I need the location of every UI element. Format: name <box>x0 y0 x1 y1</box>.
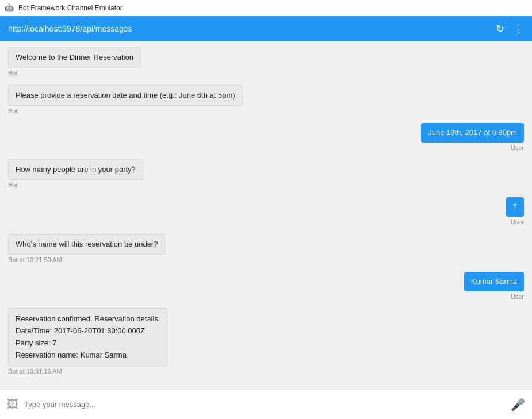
message-bubble: How many people are in your party? <box>8 159 143 180</box>
message-bubble: June 19th, 2017 at 6:30pm <box>421 123 524 143</box>
message-bubble: Welcome to the Dinner Reservation <box>8 47 141 68</box>
message-row: Welcome to the Dinner ReservationBot <box>8 47 524 76</box>
message-row: Kumar SarmaUser <box>8 272 524 300</box>
message-label: Bot at 10:31:16 AM <box>8 368 62 375</box>
message-label: Bot <box>8 107 18 114</box>
message-bubble: Who's name will this reservation be unde… <box>8 234 165 255</box>
message-label: Bot at 10:21:50 AM <box>8 256 62 263</box>
message-bubble: Please provide a reservation date and ti… <box>8 85 243 106</box>
message-row: Reservation confirmed. Reservation detai… <box>8 308 524 375</box>
chat-container: Welcome to the Dinner ReservationBotPlea… <box>0 41 532 389</box>
url-actions: ↻ ⋮ <box>496 24 524 34</box>
message-label: User <box>511 218 524 225</box>
message-bubble: 7 <box>506 197 524 217</box>
message-row: How many people are in your party?Bot <box>8 159 524 189</box>
url-bar: http://localhost:3978/api/messages ↻ ⋮ <box>0 16 532 41</box>
title-bar: 🤖 Bot Framework Channel Emulator <box>0 0 532 16</box>
attach-button[interactable]: 🖼 <box>6 397 20 412</box>
message-row: Who's name will this reservation be unde… <box>8 234 524 263</box>
message-row: Please provide a reservation date and ti… <box>8 85 524 114</box>
message-row: June 19th, 2017 at 6:30pmUser <box>8 123 524 151</box>
message-label: Bot <box>8 182 18 189</box>
app-icon: 🤖 <box>5 3 14 13</box>
message-bubble: Kumar Sarma <box>464 272 524 291</box>
title-bar-text: Bot Framework Channel Emulator <box>18 4 123 12</box>
mic-button[interactable]: 🎤 <box>510 397 526 413</box>
message-input[interactable] <box>24 400 505 409</box>
refresh-button[interactable]: ↻ <box>496 24 504 34</box>
message-bubble: Reservation confirmed. Reservation detai… <box>8 308 167 366</box>
input-bar: 🖼 🎤 <box>0 389 532 419</box>
message-label: User <box>511 144 524 151</box>
message-row: 7User <box>8 197 524 225</box>
message-label: Bot <box>8 70 18 76</box>
more-button[interactable]: ⋮ <box>514 24 524 34</box>
message-label: User <box>511 293 524 300</box>
url-text: http://localhost:3978/api/messages <box>8 24 491 33</box>
